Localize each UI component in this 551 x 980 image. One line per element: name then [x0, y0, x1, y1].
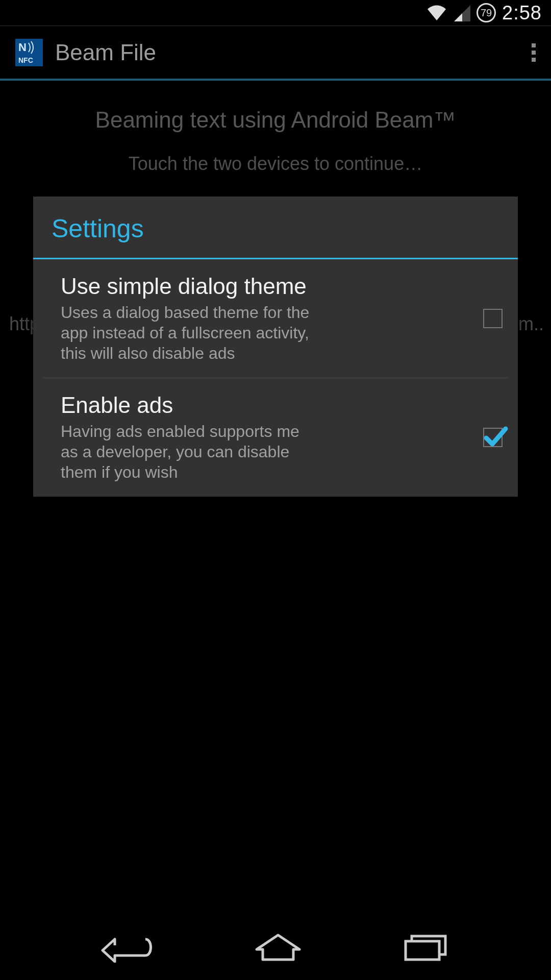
dot-icon	[532, 58, 536, 62]
status-bar: 79 2:58	[0, 0, 551, 26]
nfc-wave-icon: N	[18, 41, 35, 56]
setting-title: Use simple dialog theme	[61, 274, 471, 299]
setting-description: Having ads enabled supports me as a deve…	[61, 421, 316, 482]
status-clock: 2:58	[502, 2, 542, 24]
svg-text:N: N	[18, 41, 27, 54]
navigation-bar	[0, 915, 551, 980]
backdrop-heading: Beaming text using Android Beam™	[0, 107, 551, 133]
settings-dialog: Settings Use simple dialog theme Uses a …	[33, 197, 518, 497]
app-title: Beam File	[55, 40, 156, 65]
dialog-header: Settings	[33, 197, 518, 259]
setting-simple-dialog-theme[interactable]: Use simple dialog theme Uses a dialog ba…	[33, 259, 518, 378]
checkbox-checked[interactable]	[483, 428, 503, 447]
action-bar: N NFC Beam File	[0, 26, 551, 81]
setting-enable-ads[interactable]: Enable ads Having ads enabled supports m…	[43, 378, 508, 497]
backdrop-subtitle: Touch the two devices to continue…	[0, 153, 551, 175]
app-icon[interactable]: N NFC	[15, 39, 43, 66]
cell-signal-icon	[453, 4, 470, 21]
checkbox-unchecked[interactable]	[483, 309, 503, 328]
setting-text: Enable ads Having ads enabled supports m…	[61, 393, 471, 482]
overflow-menu-button[interactable]	[527, 38, 541, 67]
dot-icon	[532, 43, 536, 47]
backdrop-url-right: .m..	[513, 313, 544, 335]
home-button[interactable]	[253, 932, 304, 963]
wifi-icon	[427, 4, 447, 21]
setting-title: Enable ads	[61, 393, 471, 418]
battery-level: 79	[481, 7, 492, 19]
checkmark-icon	[482, 424, 509, 450]
dialog-title: Settings	[52, 214, 499, 243]
setting-description: Uses a dialog based theme for the app in…	[61, 302, 316, 363]
recents-button[interactable]	[400, 932, 452, 963]
svg-rect-1	[406, 941, 439, 960]
dot-icon	[532, 51, 536, 55]
app-icon-label: NFC	[18, 56, 33, 64]
battery-icon: 79	[477, 3, 496, 22]
back-button[interactable]	[99, 932, 156, 963]
setting-text: Use simple dialog theme Uses a dialog ba…	[61, 274, 471, 363]
